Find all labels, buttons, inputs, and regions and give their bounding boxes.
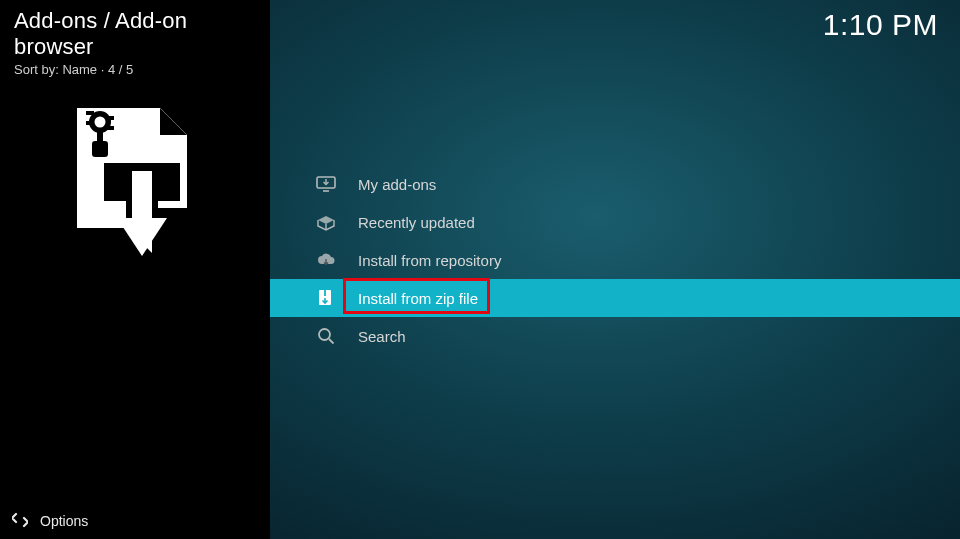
options-button[interactable]: Options: [0, 503, 270, 539]
box-open-icon: [316, 212, 336, 232]
sort-line: Sort by: Name · 4 / 5: [0, 60, 270, 77]
menu-item-my-addons[interactable]: My add-ons: [270, 165, 960, 203]
clock: 1:10 PM: [823, 8, 938, 42]
menu-item-label: Recently updated: [358, 214, 475, 231]
zip-download-icon: [316, 288, 336, 308]
zip-file-download-graphic: [72, 108, 192, 263]
menu-item-label: Install from zip file: [358, 290, 478, 307]
menu-item-label: Install from repository: [358, 252, 501, 269]
menu-item-label: My add-ons: [358, 176, 436, 193]
svg-rect-2: [132, 171, 152, 218]
svg-point-12: [319, 329, 330, 340]
options-label: Options: [40, 513, 88, 529]
svg-rect-5: [92, 141, 108, 157]
cloud-download-icon: [316, 250, 336, 270]
menu-item-install-from-zip-file[interactable]: Install from zip file: [270, 279, 960, 317]
menu-item-search[interactable]: Search: [270, 317, 960, 355]
sidebar: Add-ons / Add-on browser Sort by: Name ·…: [0, 0, 270, 539]
monitor-download-icon: [316, 174, 336, 194]
menu-item-label: Search: [358, 328, 406, 345]
breadcrumb: Add-ons / Add-on browser: [0, 0, 270, 60]
svg-rect-7: [106, 116, 114, 120]
search-icon: [316, 326, 336, 346]
menu-item-install-from-repository[interactable]: Install from repository: [270, 241, 960, 279]
svg-rect-6: [86, 111, 94, 115]
svg-point-3: [95, 117, 106, 128]
svg-rect-8: [86, 121, 94, 125]
main-menu: My add-ons Recently updated Install from…: [270, 165, 960, 355]
svg-rect-9: [106, 126, 114, 130]
menu-item-recently-updated[interactable]: Recently updated: [270, 203, 960, 241]
options-arrows-icon: [12, 512, 28, 531]
app-screen: Add-ons / Add-on browser Sort by: Name ·…: [0, 0, 960, 539]
